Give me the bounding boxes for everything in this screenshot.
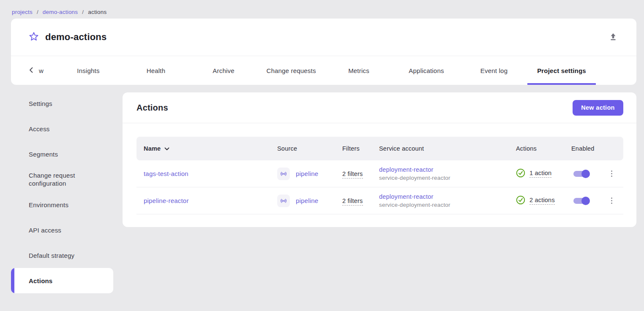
sidebar-item-actions-label: Actions	[29, 277, 52, 285]
table-row: tags-test-action pipeline 2 filters depl…	[136, 160, 623, 187]
sidebar-item-access[interactable]: Access	[11, 116, 113, 141]
actions-count-badge[interactable]: 2 actions	[529, 197, 555, 205]
actions-count-badge[interactable]: 1 action	[529, 170, 551, 178]
column-header-enabled: Enabled	[562, 145, 600, 152]
toggle-thumb	[581, 170, 590, 178]
active-indicator-bar	[11, 268, 14, 293]
active-tab-indicator	[527, 83, 596, 85]
check-circle-icon	[516, 168, 525, 179]
actions-panel: Actions New action Name Source Filters S…	[123, 92, 636, 227]
project-header: demo-actions	[11, 19, 636, 56]
export-button[interactable]	[607, 31, 619, 43]
project-settings-sidebar: Settings Access Segments Change request …	[11, 91, 113, 293]
source-link[interactable]: pipeline	[296, 170, 318, 177]
table-header-row: Name Source Filters Service account Acti…	[136, 137, 623, 160]
tab-bar: w Insights Health Archive Change request…	[11, 56, 636, 85]
tab-applications[interactable]: Applications	[393, 56, 460, 85]
breadcrumb-separator: /	[82, 9, 84, 15]
sidebar-item-api-access[interactable]: API access	[11, 217, 113, 243]
column-header-source: Source	[273, 145, 334, 152]
action-name-link[interactable]: pipeline-reactor	[144, 197, 189, 204]
chevron-down-icon	[164, 145, 169, 152]
sidebar-item-default-strategy[interactable]: Default strategy	[11, 243, 113, 268]
kebab-icon	[611, 170, 613, 177]
sidebar-item-change-request-configuration[interactable]: Change request configuration	[11, 167, 113, 192]
row-menu-button[interactable]	[606, 195, 618, 207]
signal-source-icon	[277, 168, 290, 180]
table-row: pipeline-reactor pipeline 2 filters depl…	[136, 187, 623, 214]
service-account-token-name: service-deployment-reactor	[379, 174, 503, 182]
chevron-left-icon	[28, 67, 34, 75]
sidebar-item-actions[interactable]: Actions	[11, 268, 113, 293]
sidebar-item-environments[interactable]: Environments	[11, 192, 113, 217]
content-area: Settings Access Segments Change request …	[0, 91, 644, 293]
row-menu-button[interactable]	[606, 168, 618, 180]
sidebar-item-segments[interactable]: Segments	[11, 141, 113, 167]
service-account-token-name: service-deployment-reactor	[379, 201, 503, 209]
kebab-icon	[611, 197, 613, 204]
column-header-actions: Actions	[503, 145, 562, 152]
signal-source-icon	[277, 195, 290, 207]
actions-table: Name Source Filters Service account Acti…	[123, 123, 636, 214]
tab-project-settings[interactable]: Project settings	[528, 56, 595, 85]
tab-health[interactable]: Health	[122, 56, 190, 85]
breadcrumb-separator: /	[37, 9, 38, 15]
column-header-name[interactable]: Name	[136, 145, 273, 152]
tabs-scroll-left-button[interactable]	[24, 56, 39, 85]
check-circle-icon	[516, 195, 525, 206]
favorite-button[interactable]	[28, 31, 40, 43]
tab-insights[interactable]: Insights	[55, 56, 122, 85]
page-title: demo-actions	[45, 32, 106, 43]
tab-overview-partial[interactable]: w	[39, 56, 55, 85]
tab-event-log[interactable]: Event log	[460, 56, 528, 85]
tab-project-settings-label: Project settings	[537, 67, 586, 74]
action-name-link[interactable]: tags-test-action	[144, 170, 188, 177]
panel-title: Actions	[136, 103, 168, 113]
new-action-button[interactable]: New action	[573, 100, 623, 116]
enabled-toggle[interactable]	[571, 169, 591, 179]
column-header-service-account: Service account	[368, 145, 503, 152]
enabled-toggle[interactable]	[571, 196, 591, 206]
column-header-name-label: Name	[144, 145, 161, 152]
tab-change-requests[interactable]: Change requests	[257, 56, 325, 85]
breadcrumb-current-actions: actions	[88, 9, 106, 15]
breadcrumb-link-demo-actions[interactable]: demo-actions	[43, 9, 78, 15]
source-link[interactable]: pipeline	[296, 197, 318, 204]
tab-metrics[interactable]: Metrics	[325, 56, 393, 85]
service-account-link[interactable]: deployment-reactor	[379, 193, 503, 201]
toggle-thumb	[581, 197, 590, 205]
filters-count-badge[interactable]: 2 filters	[342, 170, 363, 178]
sidebar-item-settings[interactable]: Settings	[11, 91, 113, 116]
actions-panel-header: Actions New action	[123, 92, 636, 123]
project-header-card: demo-actions w Insights Health Archive C…	[11, 19, 636, 85]
tab-archive[interactable]: Archive	[190, 56, 257, 85]
column-header-filters: Filters	[334, 145, 368, 152]
star-outline-icon	[28, 31, 39, 43]
breadcrumb-link-projects[interactable]: projects	[12, 9, 33, 15]
service-account-link[interactable]: deployment-reactor	[379, 166, 503, 174]
upload-icon	[609, 32, 618, 43]
breadcrumb: projects / demo-actions / actions	[0, 0, 644, 15]
filters-count-badge[interactable]: 2 filters	[342, 197, 363, 206]
